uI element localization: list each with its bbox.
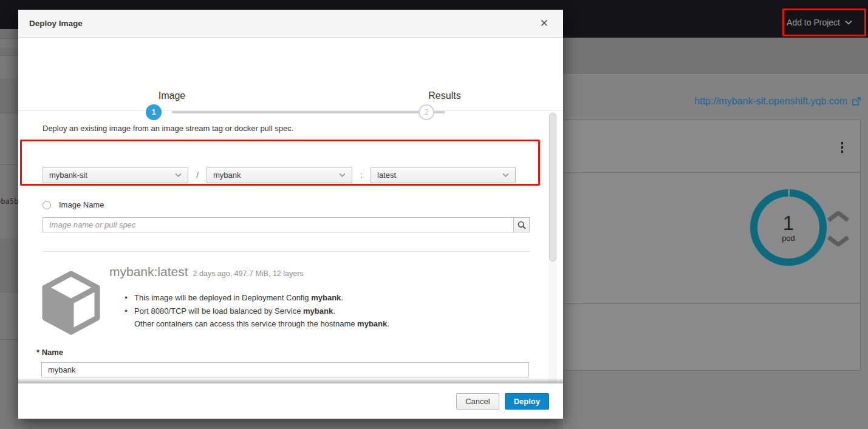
background-table-strip: oba5b [0, 29, 18, 429]
pod-unit: pod [782, 234, 795, 243]
wizard-step-image-label: Image [135, 90, 208, 101]
table-row [0, 29, 18, 38]
pod-count: 1 [783, 213, 794, 234]
name-field-label: * Name [36, 348, 63, 357]
scroll-shadow [18, 378, 563, 383]
kebab-menu-icon[interactable] [839, 140, 845, 155]
deploy-button[interactable]: Deploy [505, 393, 549, 410]
row-divider [0, 113, 18, 113]
section-divider [43, 251, 529, 252]
image-stream-select-value: mybank [213, 171, 339, 180]
add-to-project-label: Add to Project [787, 18, 840, 27]
row-divider [0, 292, 18, 292]
tag-select-value: latest [377, 171, 502, 180]
chevron-down-icon [339, 173, 346, 177]
external-link-icon [852, 97, 861, 106]
list-item: • This image will be deployed in Deploym… [123, 291, 389, 305]
route-link[interactable]: http://mybank-sit.openshift.yqb.com [694, 96, 861, 107]
background-overview-page: http://mybank-sit.openshift.yqb.com 1 po… [563, 38, 868, 429]
intro-text: Deploy an existing image from an image s… [43, 124, 293, 133]
scrollbar-thumb[interactable] [549, 113, 556, 262]
wizard-step-results-label: Results [408, 90, 481, 101]
row-divider [0, 339, 18, 340]
image-name-radio[interactable] [43, 201, 51, 209]
chevron-down-icon [175, 173, 182, 177]
pod-count-label: 1 pod [749, 188, 828, 267]
list-item: Other containers can access this service… [123, 317, 389, 331]
scale-up-button[interactable] [827, 211, 851, 223]
chevron-up-icon [827, 211, 850, 222]
stream-separator: / [188, 171, 207, 180]
image-name-input[interactable] [43, 217, 513, 232]
deploy-image-modal: Deploy Image ✕ Image Results 1 2 Deploy … [18, 10, 563, 419]
image-tag-title: mybank:latest [109, 265, 188, 279]
image-name-label: Image Name [59, 200, 104, 209]
cancel-button[interactable]: Cancel [456, 393, 499, 410]
name-field-input[interactable] [41, 362, 529, 377]
table-row [0, 48, 18, 55]
namespace-select-value: mybank-sit [49, 171, 175, 180]
namespace-select[interactable]: mybank-sit [43, 167, 188, 183]
route-url-text: http://mybank-sit.openshift.yqb.com [694, 96, 847, 107]
modal-footer: Cancel Deploy [18, 383, 563, 419]
modal-scrollbar[interactable] [548, 112, 557, 382]
build-hash-fragment: oba5b [0, 197, 18, 206]
wizard-steps: Image Results 1 2 [18, 38, 563, 111]
add-to-project-button[interactable]: Add to Project [778, 8, 861, 36]
search-button[interactable] [513, 217, 530, 232]
tag-separator: : [352, 171, 371, 180]
row-divider [0, 55, 18, 56]
modal-title: Deploy Image [29, 19, 83, 28]
project-toolbar [563, 38, 868, 73]
image-name-search-row [43, 217, 530, 232]
image-stream-selects-row: mybank-sit / mybank : latest [43, 167, 516, 183]
image-stream-select[interactable]: mybank [207, 167, 352, 183]
list-item: • Port 8080/TCP will be load balanced by… [123, 305, 389, 318]
chevron-down-icon [827, 235, 850, 246]
table-row [0, 78, 18, 113]
deployment-card: 1 pod [559, 120, 861, 371]
close-icon[interactable]: ✕ [536, 16, 552, 31]
card-divider [559, 303, 860, 304]
row-divider [0, 164, 18, 165]
chevron-down-icon [845, 20, 852, 25]
modal-body: Deploy an existing image from an image s… [18, 111, 563, 383]
card-divider [559, 172, 860, 173]
row-divider [0, 38, 18, 39]
modal-header: Deploy Image ✕ [18, 10, 563, 38]
deploy-info-list: • This image will be deployed in Deploym… [123, 291, 389, 331]
tag-select[interactable]: latest [371, 167, 516, 183]
image-meta: 2 days ago, 497.7 MiB, 12 layers [193, 269, 304, 278]
chevron-down-icon [502, 173, 509, 177]
scale-down-button[interactable] [827, 235, 851, 248]
image-name-radio-row[interactable]: Image Name [43, 200, 104, 209]
table-row [0, 238, 18, 292]
image-cube-icon [41, 271, 101, 337]
search-icon [518, 221, 526, 229]
